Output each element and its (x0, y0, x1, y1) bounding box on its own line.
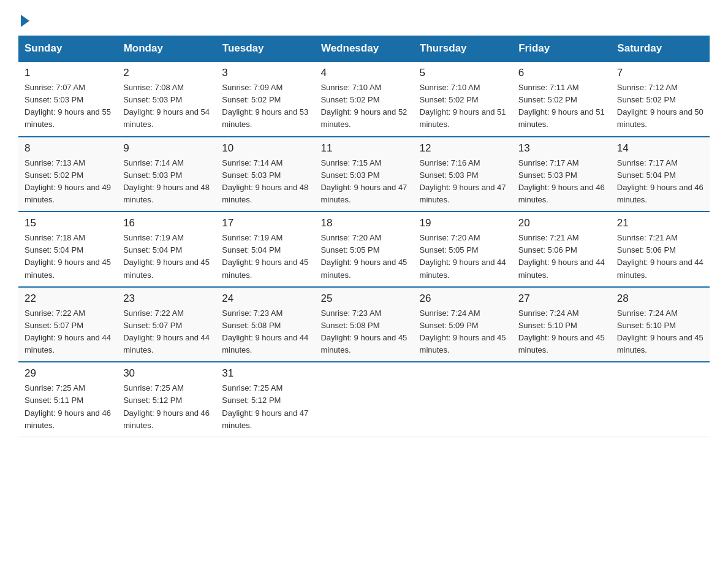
calendar-cell: 3Sunrise: 7:09 AMSunset: 5:02 PMDaylight… (216, 61, 314, 137)
logo (18, 12, 29, 25)
day-number: 19 (420, 217, 506, 229)
calendar-cell: 16Sunrise: 7:19 AMSunset: 5:04 PMDayligh… (117, 212, 216, 287)
day-info: Sunrise: 7:24 AMSunset: 5:09 PMDaylight:… (420, 307, 506, 357)
day-number: 6 (518, 67, 605, 79)
day-info: Sunrise: 7:18 AMSunset: 5:04 PMDaylight:… (25, 232, 111, 282)
day-info: Sunrise: 7:14 AMSunset: 5:03 PMDaylight:… (123, 157, 210, 207)
calendar-cell: 9Sunrise: 7:14 AMSunset: 5:03 PMDaylight… (117, 137, 216, 212)
calendar-cell: 8Sunrise: 7:13 AMSunset: 5:02 PMDaylight… (18, 137, 117, 212)
day-number: 8 (25, 142, 111, 155)
day-info: Sunrise: 7:07 AMSunset: 5:03 PMDaylight:… (25, 82, 111, 131)
day-info: Sunrise: 7:11 AMSunset: 5:02 PMDaylight:… (518, 82, 605, 131)
day-number: 4 (320, 67, 407, 79)
day-number: 16 (123, 217, 210, 229)
day-number: 28 (617, 293, 703, 305)
day-info: Sunrise: 7:23 AMSunset: 5:08 PMDaylight:… (222, 307, 308, 357)
day-info: Sunrise: 7:22 AMSunset: 5:07 PMDaylight:… (25, 307, 111, 357)
calendar-cell: 23Sunrise: 7:22 AMSunset: 5:07 PMDayligh… (117, 287, 216, 362)
day-info: Sunrise: 7:16 AMSunset: 5:03 PMDaylight:… (420, 157, 506, 207)
day-number: 20 (518, 217, 605, 229)
day-info: Sunrise: 7:12 AMSunset: 5:02 PMDaylight:… (617, 82, 703, 131)
calendar-week-row: 15Sunrise: 7:18 AMSunset: 5:04 PMDayligh… (18, 212, 710, 287)
weekday-header-row: SundayMondayTuesdayWednesdayThursdayFrid… (18, 36, 710, 62)
day-info: Sunrise: 7:19 AMSunset: 5:04 PMDaylight:… (123, 232, 210, 282)
day-number: 2 (123, 67, 210, 79)
day-number: 14 (617, 142, 703, 155)
day-number: 30 (123, 367, 210, 380)
weekday-header-saturday: Saturday (611, 36, 710, 62)
day-info: Sunrise: 7:24 AMSunset: 5:10 PMDaylight:… (617, 307, 703, 357)
day-info: Sunrise: 7:25 AMSunset: 5:12 PMDaylight:… (222, 382, 308, 432)
day-info: Sunrise: 7:09 AMSunset: 5:02 PMDaylight:… (222, 82, 308, 131)
calendar-week-row: 29Sunrise: 7:25 AMSunset: 5:11 PMDayligh… (18, 362, 710, 437)
day-number: 23 (123, 293, 210, 305)
day-number: 25 (320, 293, 407, 305)
calendar-table: SundayMondayTuesdayWednesdayThursdayFrid… (18, 36, 710, 437)
weekday-header-thursday: Thursday (414, 36, 512, 62)
logo-arrow-icon (21, 15, 29, 27)
calendar-cell: 27Sunrise: 7:24 AMSunset: 5:10 PMDayligh… (512, 287, 611, 362)
calendar-week-row: 22Sunrise: 7:22 AMSunset: 5:07 PMDayligh… (18, 287, 710, 362)
calendar-cell: 28Sunrise: 7:24 AMSunset: 5:10 PMDayligh… (611, 287, 710, 362)
weekday-header-friday: Friday (512, 36, 611, 62)
calendar-cell: 7Sunrise: 7:12 AMSunset: 5:02 PMDaylight… (611, 61, 710, 137)
calendar-cell: 15Sunrise: 7:18 AMSunset: 5:04 PMDayligh… (18, 212, 117, 287)
day-number: 15 (25, 217, 111, 229)
weekday-header-monday: Monday (117, 36, 216, 62)
calendar-cell: 18Sunrise: 7:20 AMSunset: 5:05 PMDayligh… (314, 212, 413, 287)
calendar-cell: 17Sunrise: 7:19 AMSunset: 5:04 PMDayligh… (216, 212, 314, 287)
day-info: Sunrise: 7:20 AMSunset: 5:05 PMDaylight:… (420, 232, 506, 282)
day-info: Sunrise: 7:22 AMSunset: 5:07 PMDaylight:… (123, 307, 210, 357)
calendar-cell: 19Sunrise: 7:20 AMSunset: 5:05 PMDayligh… (414, 212, 512, 287)
day-number: 11 (320, 142, 407, 155)
day-number: 29 (25, 367, 111, 380)
calendar-cell: 6Sunrise: 7:11 AMSunset: 5:02 PMDaylight… (512, 61, 611, 137)
calendar-week-row: 1Sunrise: 7:07 AMSunset: 5:03 PMDaylight… (18, 61, 710, 137)
calendar-cell: 24Sunrise: 7:23 AMSunset: 5:08 PMDayligh… (216, 287, 314, 362)
day-info: Sunrise: 7:20 AMSunset: 5:05 PMDaylight:… (320, 232, 407, 282)
day-number: 13 (518, 142, 605, 155)
calendar-cell: 31Sunrise: 7:25 AMSunset: 5:12 PMDayligh… (216, 362, 314, 437)
day-number: 27 (518, 293, 605, 305)
day-number: 7 (617, 67, 703, 79)
day-info: Sunrise: 7:19 AMSunset: 5:04 PMDaylight:… (222, 232, 308, 282)
calendar-cell: 30Sunrise: 7:25 AMSunset: 5:12 PMDayligh… (117, 362, 216, 437)
day-number: 24 (222, 293, 308, 305)
weekday-header-sunday: Sunday (18, 36, 117, 62)
day-number: 1 (25, 67, 111, 79)
calendar-cell: 29Sunrise: 7:25 AMSunset: 5:11 PMDayligh… (18, 362, 117, 437)
day-number: 22 (25, 293, 111, 305)
day-number: 21 (617, 217, 703, 229)
calendar-cell: 20Sunrise: 7:21 AMSunset: 5:06 PMDayligh… (512, 212, 611, 287)
weekday-header-wednesday: Wednesday (314, 36, 413, 62)
day-number: 5 (420, 67, 506, 79)
weekday-header-tuesday: Tuesday (216, 36, 314, 62)
day-info: Sunrise: 7:17 AMSunset: 5:03 PMDaylight:… (518, 157, 605, 207)
day-info: Sunrise: 7:13 AMSunset: 5:02 PMDaylight:… (25, 157, 111, 207)
calendar-cell (414, 362, 512, 437)
calendar-cell: 25Sunrise: 7:23 AMSunset: 5:08 PMDayligh… (314, 287, 413, 362)
day-number: 17 (222, 217, 308, 229)
calendar-cell: 26Sunrise: 7:24 AMSunset: 5:09 PMDayligh… (414, 287, 512, 362)
calendar-cell: 14Sunrise: 7:17 AMSunset: 5:04 PMDayligh… (611, 137, 710, 212)
calendar-cell: 1Sunrise: 7:07 AMSunset: 5:03 PMDaylight… (18, 61, 117, 137)
calendar-cell: 22Sunrise: 7:22 AMSunset: 5:07 PMDayligh… (18, 287, 117, 362)
day-number: 3 (222, 67, 308, 79)
day-info: Sunrise: 7:25 AMSunset: 5:11 PMDaylight:… (25, 382, 111, 432)
day-number: 10 (222, 142, 308, 155)
calendar-cell: 13Sunrise: 7:17 AMSunset: 5:03 PMDayligh… (512, 137, 611, 212)
calendar-cell: 5Sunrise: 7:10 AMSunset: 5:02 PMDaylight… (414, 61, 512, 137)
calendar-cell: 12Sunrise: 7:16 AMSunset: 5:03 PMDayligh… (414, 137, 512, 212)
day-info: Sunrise: 7:24 AMSunset: 5:10 PMDaylight:… (518, 307, 605, 357)
calendar-cell: 11Sunrise: 7:15 AMSunset: 5:03 PMDayligh… (314, 137, 413, 212)
day-info: Sunrise: 7:08 AMSunset: 5:03 PMDaylight:… (123, 82, 210, 131)
day-info: Sunrise: 7:23 AMSunset: 5:08 PMDaylight:… (320, 307, 407, 357)
calendar-cell (314, 362, 413, 437)
calendar-cell: 4Sunrise: 7:10 AMSunset: 5:02 PMDaylight… (314, 61, 413, 137)
calendar-cell: 21Sunrise: 7:21 AMSunset: 5:06 PMDayligh… (611, 212, 710, 287)
day-info: Sunrise: 7:10 AMSunset: 5:02 PMDaylight:… (420, 82, 506, 131)
day-info: Sunrise: 7:14 AMSunset: 5:03 PMDaylight:… (222, 157, 308, 207)
calendar-cell: 10Sunrise: 7:14 AMSunset: 5:03 PMDayligh… (216, 137, 314, 212)
day-number: 31 (222, 367, 308, 380)
calendar-week-row: 8Sunrise: 7:13 AMSunset: 5:02 PMDaylight… (18, 137, 710, 212)
